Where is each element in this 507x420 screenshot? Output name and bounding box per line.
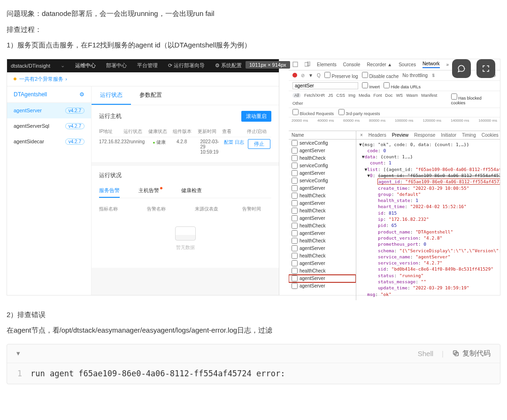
clear-icon[interactable]: ⊘ [301, 73, 305, 78]
type-doc[interactable]: Doc [385, 93, 393, 98]
request-checkbox[interactable] [292, 148, 298, 154]
tab-initiator[interactable]: Initiator [441, 132, 456, 138]
tab-headers[interactable]: Headers [369, 132, 386, 138]
throttle-select[interactable]: No throttling [402, 73, 428, 78]
tab-more[interactable]: » [446, 62, 449, 67]
request-checkbox[interactable] [292, 268, 298, 274]
rolling-restart-button[interactable]: 滚动重启 [241, 111, 271, 122]
preserve-log-checkbox[interactable]: Preserve log [324, 72, 358, 79]
third-party-checkbox[interactable]: 3rd-party requests [338, 109, 380, 116]
request-checkbox[interactable] [292, 170, 298, 176]
tab-console[interactable]: Console [343, 62, 361, 67]
blocked-cookies-checkbox[interactable]: Has blocked cookies [451, 93, 496, 105]
request-checkbox[interactable] [292, 283, 298, 289]
nav-platform[interactable]: 平台管理 [137, 62, 158, 69]
type-manifest[interactable]: Manifest [421, 93, 437, 98]
request-row[interactable]: agentServer [289, 275, 356, 282]
request-row[interactable]: agentServer [289, 215, 356, 222]
request-row[interactable]: serviceConfig [289, 162, 356, 170]
copy-code-button[interactable]: 复制代码 [452, 349, 491, 358]
network-timeline[interactable]: 20000 ms 40000 ms 60000 ms 80000 ms 1000… [289, 117, 500, 131]
fullscreen-overlay-button[interactable] [476, 59, 495, 78]
invert-checkbox[interactable]: Invert [362, 82, 380, 89]
type-other[interactable]: Other [292, 101, 303, 106]
request-checkbox[interactable] [292, 238, 298, 244]
expand-icon[interactable]: ▾ [16, 349, 20, 358]
comment-overlay-button[interactable] [452, 59, 471, 78]
request-row[interactable]: healthCheck [289, 192, 356, 200]
tab-run-state[interactable]: 运行状态 [92, 86, 131, 105]
tab-service-alarm[interactable]: 服务告警 [99, 184, 120, 198]
request-checkbox[interactable] [292, 253, 298, 259]
request-row[interactable]: agentServer [289, 200, 356, 207]
type-wasm[interactable]: Wasm [406, 93, 418, 98]
cell-view-links[interactable]: 配置 日志 [224, 137, 248, 156]
request-checkbox[interactable] [292, 140, 298, 146]
stop-button[interactable]: 停止 [248, 139, 270, 149]
tab-host-alarm[interactable]: 主机告警 [138, 184, 162, 198]
sidebar-item-agentsidecar[interactable]: agentSidecar v4.2.7 [7, 134, 91, 149]
type-all[interactable]: All [292, 93, 301, 98]
request-checkbox[interactable] [292, 208, 298, 214]
request-row[interactable]: agentServer [289, 245, 356, 252]
nav-guide[interactable]: ⟳ 运行部署向导 [168, 62, 205, 69]
tab-cookies[interactable]: Cookies [482, 132, 499, 138]
dropdown-caret-icon[interactable]: ⌄ [61, 62, 65, 69]
type-media[interactable]: Media [359, 93, 370, 98]
device-toolbar-icon[interactable] [305, 62, 310, 67]
request-row[interactable]: healthCheck [289, 267, 356, 275]
tab-response[interactable]: Response [414, 132, 435, 138]
select-element-icon[interactable] [292, 62, 298, 67]
request-row[interactable]: healthCheck [289, 207, 356, 215]
search-icon[interactable]: Q [317, 73, 321, 78]
filter-input[interactable] [292, 82, 358, 89]
request-row[interactable]: agentServer [289, 282, 356, 290]
request-row[interactable]: healthCheck [289, 222, 356, 230]
nav-deploy[interactable]: 部署中心 [106, 62, 127, 69]
request-row[interactable]: agentServer [289, 185, 356, 192]
type-img[interactable]: Img [348, 93, 355, 98]
request-row[interactable]: agentServer [289, 170, 356, 177]
close-detail[interactable]: × [360, 132, 363, 138]
request-checkbox[interactable] [292, 163, 298, 169]
request-row[interactable]: serviceConfig [289, 177, 356, 185]
request-row[interactable]: healthCheck [289, 237, 356, 245]
request-checkbox[interactable] [292, 230, 298, 236]
record-icon[interactable] [292, 73, 297, 78]
request-checkbox[interactable] [292, 215, 298, 221]
request-checkbox[interactable] [292, 275, 298, 281]
request-row[interactable]: serviceConfig [289, 140, 356, 147]
nav-settings[interactable]: ⚙ 系统配置 [215, 62, 242, 69]
nav-ops[interactable]: 运维中心 [75, 62, 96, 69]
type-xhr[interactable]: Fetch/XHR [304, 93, 325, 98]
request-checkbox[interactable] [292, 245, 298, 251]
blocked-requests-checkbox[interactable]: Blocked Requests [292, 109, 334, 116]
tab-recorder[interactable]: Recorder ▲ [367, 62, 392, 67]
type-ws[interactable]: WS [396, 93, 403, 98]
type-css[interactable]: CSS [337, 93, 346, 98]
tab-health-check[interactable]: 健康检查 [181, 184, 202, 198]
tab-timing[interactable]: Timing [462, 132, 476, 138]
response-preview[interactable]: ▼{msg: "ok", code: 0, data: {count: 1,…}… [356, 140, 500, 299]
brand[interactable]: dtstack/DTinsight [11, 63, 50, 69]
request-checkbox[interactable] [292, 260, 298, 266]
request-checkbox[interactable] [292, 200, 298, 206]
tab-sources[interactable]: Sources [399, 62, 416, 67]
hide-data-urls-checkbox[interactable]: Hide data URLs [384, 82, 421, 89]
name-column-header[interactable]: Name [292, 132, 304, 138]
request-checkbox[interactable] [292, 223, 298, 229]
request-checkbox[interactable] [292, 155, 298, 161]
tab-param-config[interactable]: 参数配置 [131, 86, 170, 105]
sidebar-title[interactable]: DTAgentshell [14, 91, 47, 98]
tab-preview[interactable]: Preview [392, 132, 409, 138]
request-row[interactable]: healthCheck [289, 252, 356, 260]
network-conditions-icon[interactable]: ⥮ [431, 73, 435, 78]
request-row[interactable]: agentServer [289, 147, 356, 155]
tab-elements[interactable]: Elements [317, 62, 337, 67]
request-checkbox[interactable] [292, 178, 298, 184]
alert-bar[interactable]: 一共有2个异常服务 › [7, 72, 279, 86]
type-font[interactable]: Font [374, 93, 382, 98]
sidebar-item-agentserver[interactable]: agentServer v4.2.7 [7, 103, 91, 118]
request-row[interactable]: healthCheck [289, 155, 356, 162]
disable-cache-checkbox[interactable]: Disable cache [362, 72, 399, 79]
